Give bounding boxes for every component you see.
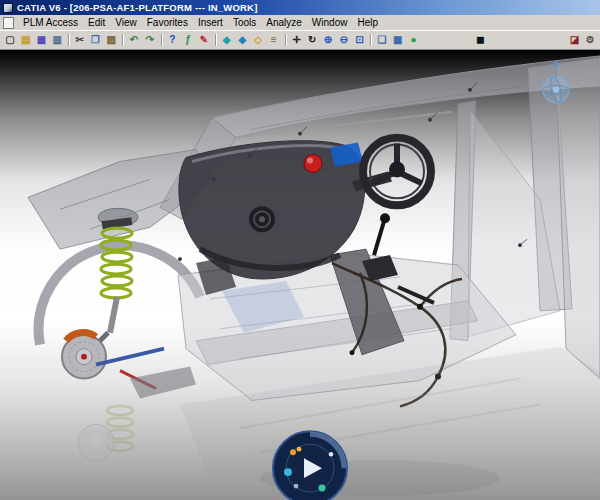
main-toolbar: ▢▤▦▥✂❒▨↶↷?ƒ✎◆◈◇≡✛↻⊕⊖⊡❏▦●◼◪⚙ — [0, 31, 600, 50]
toolbar-shape-icon[interactable]: ◇ — [251, 32, 266, 48]
toolbar-paint-icon[interactable]: ✎ — [196, 32, 211, 48]
toolbar-fit-all-in-icon[interactable]: ⊡ — [352, 32, 367, 48]
toolbar-spacer — [421, 40, 472, 41]
menu-view[interactable]: View — [110, 16, 142, 29]
toolbar-whats-this-help-icon[interactable]: ? — [165, 32, 180, 48]
toolbar-product-icon[interactable]: ◈ — [235, 32, 250, 48]
menu-tools[interactable]: Tools — [228, 16, 261, 29]
toolbar-save-icon[interactable]: ▦ — [34, 32, 49, 48]
toolbar-separator — [161, 34, 162, 46]
toolbar-catalog-icon[interactable]: ≡ — [266, 32, 281, 48]
toolbar-open-icon[interactable]: ▤ — [18, 32, 33, 48]
toolbar-tile-windows-icon[interactable]: ▦ — [390, 32, 405, 48]
document-icon[interactable] — [3, 17, 14, 29]
toolbar-render-style-icon[interactable]: ◼ — [473, 32, 488, 48]
front-suspension — [62, 217, 196, 398]
toolbar-print-icon[interactable]: ▥ — [50, 32, 65, 48]
toolbar-redo-icon[interactable]: ↷ — [142, 32, 157, 48]
toolbar-paste-icon[interactable]: ▨ — [104, 32, 119, 48]
toolbar-separator — [68, 34, 69, 46]
globe-icon[interactable] — [284, 468, 292, 476]
toolbar-globe-session-icon[interactable]: ● — [406, 32, 421, 48]
subframe — [130, 367, 196, 399]
viewport-3d[interactable] — [0, 50, 600, 500]
menu-window[interactable]: Window — [307, 16, 353, 29]
toolbar-part-icon[interactable]: ◆ — [219, 32, 234, 48]
toolbar-separator — [215, 34, 216, 46]
catia-window: CATIA V6 - [206-PSA-AF1-PLATFORM --- IN_… — [0, 0, 600, 500]
coil-spring — [101, 228, 132, 298]
menu-plm-access[interactable]: PLM Access — [18, 16, 83, 29]
menu-analyze[interactable]: Analyze — [261, 16, 307, 29]
hazard-button — [304, 155, 322, 173]
menu-insert[interactable]: Insert — [193, 16, 228, 29]
menu-edit[interactable]: Edit — [83, 16, 110, 29]
toolbar-undo-icon[interactable]: ↶ — [127, 32, 142, 48]
toolbar-copy-icon[interactable]: ❒ — [88, 32, 103, 48]
toolbar-knowledge-icon[interactable]: ◪ — [567, 32, 582, 48]
scene-3d[interactable] — [0, 50, 600, 500]
menu-bar: PLM AccessEditViewFavoritesInsertToolsAn… — [0, 15, 600, 31]
record-icon[interactable] — [319, 485, 326, 492]
collaboration-icon[interactable] — [290, 449, 296, 455]
toolbar-cut-icon[interactable]: ✂ — [72, 32, 87, 48]
toolbar-multi-view-icon[interactable]: ❏ — [375, 32, 390, 48]
app-icon — [3, 3, 13, 13]
menu-help[interactable]: Help — [352, 16, 383, 29]
toolbar-zoom-in-icon[interactable]: ⊕ — [321, 32, 336, 48]
title-bar: CATIA V6 - [206-PSA-AF1-PLATFORM --- IN_… — [0, 0, 600, 15]
toolbar-spacer — [488, 40, 566, 41]
damper-rod — [110, 297, 117, 333]
toolbar-new-document-icon[interactable]: ▢ — [3, 32, 18, 48]
menu-favorites[interactable]: Favorites — [142, 16, 193, 29]
toolbar-pan-icon[interactable]: ✛ — [289, 32, 304, 48]
toolbar-settings-icon[interactable]: ⚙ — [583, 32, 598, 48]
toolbar-separator — [122, 34, 123, 46]
toolbar-rotate-icon[interactable]: ↻ — [305, 32, 320, 48]
rear-quarter-panel — [556, 58, 600, 379]
toolbar-formula-icon[interactable]: ƒ — [181, 32, 196, 48]
toolbar-separator — [370, 34, 371, 46]
toolbar-separator — [285, 34, 286, 46]
navigation-compass[interactable] — [273, 431, 347, 500]
toolbar-zoom-out-icon[interactable]: ⊖ — [336, 32, 351, 48]
window-title: CATIA V6 - [206-PSA-AF1-PLATFORM --- IN_… — [17, 2, 258, 13]
